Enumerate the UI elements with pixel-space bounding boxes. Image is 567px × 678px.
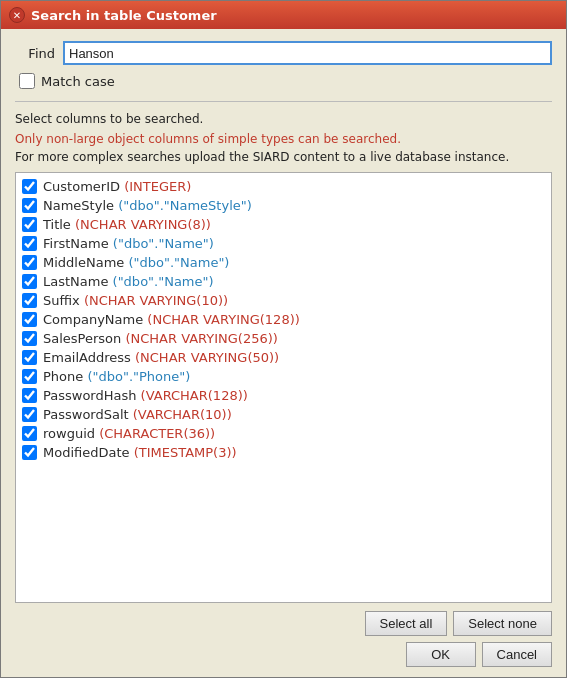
column-label-13: rowguid (CHARACTER(36)) (43, 426, 215, 441)
columns-list: CustomerID (INTEGER)NameStyle ("dbo"."Na… (15, 172, 552, 603)
window-title: Search in table Customer (31, 8, 217, 23)
find-input[interactable] (63, 41, 552, 65)
select-none-button[interactable]: Select none (453, 611, 552, 636)
column-label-2: Title (NCHAR VARYING(8)) (43, 217, 211, 232)
column-label-8: SalesPerson (NCHAR VARYING(256)) (43, 331, 278, 346)
column-checkbox-2[interactable] (22, 217, 37, 232)
match-case-checkbox[interactable] (19, 73, 35, 89)
column-label-1: NameStyle ("dbo"."NameStyle") (43, 198, 252, 213)
ok-cancel-row: OK Cancel (15, 642, 552, 667)
column-label-14: ModifiedDate (TIMESTAMP(3)) (43, 445, 237, 460)
column-checkbox-4[interactable] (22, 255, 37, 270)
column-checkbox-12[interactable] (22, 407, 37, 422)
column-label-9: EmailAddress (NCHAR VARYING(50)) (43, 350, 279, 365)
list-item: Suffix (NCHAR VARYING(10)) (22, 291, 545, 310)
match-case-label: Match case (41, 74, 115, 89)
column-checkbox-14[interactable] (22, 445, 37, 460)
list-item: ModifiedDate (TIMESTAMP(3)) (22, 443, 545, 462)
column-label-4: MiddleName ("dbo"."Name") (43, 255, 229, 270)
column-checkbox-13[interactable] (22, 426, 37, 441)
column-checkbox-8[interactable] (22, 331, 37, 346)
column-checkbox-0[interactable] (22, 179, 37, 194)
main-window: ✕ Search in table Customer Find Match ca… (0, 0, 567, 678)
column-label-3: FirstName ("dbo"."Name") (43, 236, 214, 251)
column-label-10: Phone ("dbo"."Phone") (43, 369, 190, 384)
select-all-button[interactable]: Select all (365, 611, 448, 636)
list-item: LastName ("dbo"."Name") (22, 272, 545, 291)
find-row: Find (15, 41, 552, 65)
column-label-5: LastName ("dbo"."Name") (43, 274, 214, 289)
close-icon: ✕ (13, 10, 21, 21)
list-item: FirstName ("dbo"."Name") (22, 234, 545, 253)
list-item: CustomerID (INTEGER) (22, 177, 545, 196)
list-item: NameStyle ("dbo"."NameStyle") (22, 196, 545, 215)
column-checkbox-5[interactable] (22, 274, 37, 289)
column-label-11: PasswordHash (VARCHAR(128)) (43, 388, 248, 403)
match-case-row: Match case (15, 73, 552, 89)
column-checkbox-11[interactable] (22, 388, 37, 403)
column-label-6: Suffix (NCHAR VARYING(10)) (43, 293, 228, 308)
column-checkbox-10[interactable] (22, 369, 37, 384)
info-line1: Select columns to be searched. (15, 110, 552, 128)
ok-button[interactable]: OK (406, 642, 476, 667)
list-item: MiddleName ("dbo"."Name") (22, 253, 545, 272)
column-checkbox-6[interactable] (22, 293, 37, 308)
list-item: rowguid (CHARACTER(36)) (22, 424, 545, 443)
list-item: SalesPerson (NCHAR VARYING(256)) (22, 329, 545, 348)
list-item: Title (NCHAR VARYING(8)) (22, 215, 545, 234)
close-button[interactable]: ✕ (9, 7, 25, 23)
separator (15, 101, 552, 102)
column-checkbox-1[interactable] (22, 198, 37, 213)
list-item: EmailAddress (NCHAR VARYING(50)) (22, 348, 545, 367)
list-item: PasswordSalt (VARCHAR(10)) (22, 405, 545, 424)
content-area: Find Match case Select columns to be sea… (1, 29, 566, 677)
column-label-12: PasswordSalt (VARCHAR(10)) (43, 407, 232, 422)
select-buttons-row: Select all Select none (15, 611, 552, 636)
title-bar: ✕ Search in table Customer (1, 1, 566, 29)
column-checkbox-9[interactable] (22, 350, 37, 365)
list-item: PasswordHash (VARCHAR(128)) (22, 386, 545, 405)
cancel-button[interactable]: Cancel (482, 642, 552, 667)
list-item: Phone ("dbo"."Phone") (22, 367, 545, 386)
list-item: CompanyName (NCHAR VARYING(128)) (22, 310, 545, 329)
column-checkbox-3[interactable] (22, 236, 37, 251)
column-label-7: CompanyName (NCHAR VARYING(128)) (43, 312, 300, 327)
column-label-0: CustomerID (INTEGER) (43, 179, 191, 194)
column-checkbox-7[interactable] (22, 312, 37, 327)
info-line3: For more complex searches upload the SIA… (15, 150, 552, 164)
info-line2: Only non-large object columns of simple … (15, 132, 552, 146)
find-label: Find (15, 46, 55, 61)
